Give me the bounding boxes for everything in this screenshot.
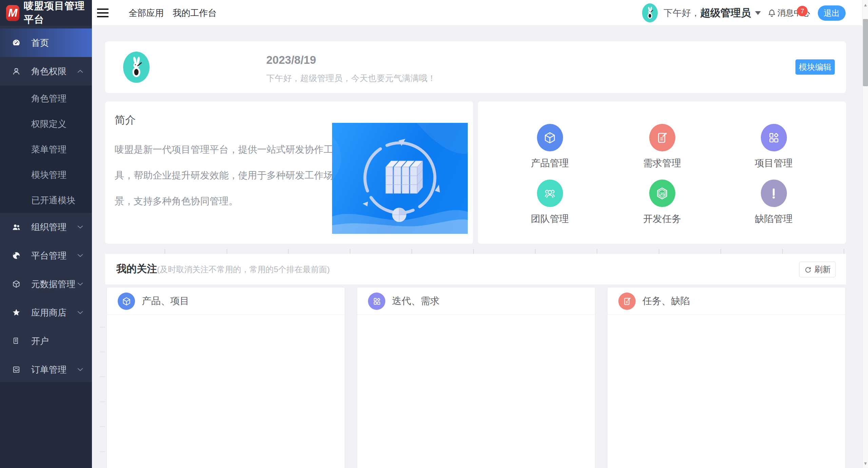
sidebar-item-app-store[interactable]: 应用商店 xyxy=(0,298,92,327)
sidebar-item-module-manage[interactable]: 模块管理 xyxy=(0,162,92,187)
module-defects[interactable]: 缺陷管理 xyxy=(718,180,830,225)
rabbit-avatar-icon xyxy=(644,6,656,20)
gridline-tick xyxy=(411,249,412,254)
sidebar-item-metadata[interactable]: 元数据管理 xyxy=(0,270,92,298)
module-projects[interactable]: 项目管理 xyxy=(718,124,830,170)
gridline-stub xyxy=(100,352,105,352)
user-dropdown[interactable]: 下午好， 超级管理员 xyxy=(663,0,761,26)
sidebar-item-label: 订单管理 xyxy=(31,364,66,376)
chevron-up-icon xyxy=(77,68,83,74)
gridline-tick xyxy=(350,249,350,254)
follow-card-iterations-requirements: 迭代、需求 xyxy=(357,287,595,468)
sidebar-footer xyxy=(0,382,92,468)
sidebar-item-label: 角色权限 xyxy=(31,65,66,77)
gridline-stub xyxy=(100,426,105,427)
refresh-button[interactable]: 刷新 xyxy=(799,262,836,277)
logout-button[interactable]: 退出 xyxy=(818,5,846,21)
sidebar-item-home[interactable]: 首页 xyxy=(0,29,92,57)
follow-title: 我的关注(及时取消关注不常用的，常用的5个排在最前面) xyxy=(116,262,330,276)
sidebar-item-platform[interactable]: 平台管理 xyxy=(0,241,92,270)
follow-card-title: 任务、缺陷 xyxy=(642,295,690,307)
modules-card: 产品管理 需求管理 项目管理 xyxy=(478,101,846,244)
scroll-up-icon[interactable]: ▲ xyxy=(863,0,868,10)
module-team[interactable]: 团队管理 xyxy=(494,180,606,225)
gridline-tick xyxy=(659,249,659,254)
refresh-icon xyxy=(804,266,812,273)
sidebar-nav: 首页 角色权限 角色管理 权限定义 菜单管理 模块管理 已开通模块 xyxy=(0,26,92,468)
gridline-tick xyxy=(288,249,289,254)
follow-card-header: 迭代、需求 xyxy=(357,287,595,315)
sidebar-item-label: 首页 xyxy=(31,37,49,49)
sidebar-item-label: 平台管理 xyxy=(31,250,66,262)
app-logo[interactable]: M 唛盟项目管理平台 xyxy=(0,0,92,26)
logo-m-icon: M xyxy=(6,5,19,21)
scroll-down-icon[interactable]: ▼ xyxy=(863,458,868,468)
sidebar-item-org[interactable]: 组织管理 xyxy=(0,213,92,241)
star-icon xyxy=(12,308,21,317)
sidebar-item-orders[interactable]: 订单管理 xyxy=(0,355,92,384)
chevron-down-icon xyxy=(77,367,83,373)
notification-badge: 7 xyxy=(797,6,808,16)
follow-hint: (及时取消关注不常用的，常用的5个排在最前面) xyxy=(157,265,330,274)
caret-down-icon xyxy=(755,11,761,15)
module-dev-tasks[interactable]: JS 开发任务 xyxy=(606,180,718,225)
chevron-down-icon xyxy=(77,281,83,287)
top-header: M 唛盟项目管理平台 全部应用 我的工作台 下午好， 超级管理员 xyxy=(0,0,868,26)
team-icon xyxy=(537,180,563,207)
person-icon xyxy=(12,67,21,76)
intro-card: 简介 唛盟是新一代项目管理平台，提供一站式研发协作工具，帮助企业提升研发效能，使… xyxy=(105,101,473,244)
sidebar-item-label: 应用商店 xyxy=(31,307,66,319)
exclamation-icon xyxy=(761,180,787,207)
sidebar-item-permission-define[interactable]: 权限定义 xyxy=(0,111,92,136)
module-product[interactable]: 产品管理 xyxy=(494,124,606,170)
chevron-down-icon xyxy=(77,224,83,230)
gridline-tick xyxy=(844,249,844,254)
module-requirements[interactable]: 需求管理 xyxy=(606,124,718,170)
rabbit-avatar-icon xyxy=(127,55,146,79)
greeting-prefix: 下午好， xyxy=(663,7,700,19)
chevron-down-icon xyxy=(77,310,83,316)
user-avatar[interactable] xyxy=(642,3,658,22)
follow-card-header: 任务、缺陷 xyxy=(607,287,845,315)
sidebar-item-opened-modules[interactable]: 已开通模块 xyxy=(0,187,92,213)
sidebar-item-open-account[interactable]: 开户 xyxy=(0,327,92,355)
cube-icon xyxy=(118,293,135,310)
cube-outline-icon xyxy=(12,279,21,289)
intro-illustration xyxy=(332,123,468,234)
sidebar-item-role-group[interactable]: 角色权限 xyxy=(0,57,92,86)
sidebar-submenu-role: 角色管理 权限定义 菜单管理 模块管理 已开通模块 xyxy=(0,86,92,213)
follow-card-title: 产品、项目 xyxy=(142,295,189,307)
follow-card-title: 迭代、需求 xyxy=(392,295,440,307)
chevron-down-icon xyxy=(77,252,83,259)
gridline-tick xyxy=(782,249,783,254)
sidebar-item-menu-manage[interactable]: 菜单管理 xyxy=(0,136,92,162)
dashboard-icon xyxy=(12,38,21,48)
nav-my-workbench[interactable]: 我的工作台 xyxy=(173,0,217,26)
cube-icon xyxy=(537,124,563,151)
scrollbar-thumb[interactable] xyxy=(863,19,868,86)
document-icon xyxy=(12,336,21,346)
vertical-scrollbar[interactable]: ▲ ▼ xyxy=(862,0,868,468)
app-title: 唛盟项目管理平台 xyxy=(24,0,92,26)
intro-body: 唛盟是新一代项目管理平台，提供一站式研发协作工具，帮助企业提升研发效能，使用于多… xyxy=(115,137,339,214)
welcome-date: 2023/8/19 xyxy=(266,54,316,67)
follow-card-header: 产品、项目 xyxy=(107,287,345,315)
globe-icon xyxy=(12,251,21,260)
gridline-tick xyxy=(227,249,227,254)
nav-all-apps[interactable]: 全部应用 xyxy=(129,0,164,26)
doc-edit-icon xyxy=(618,293,636,310)
nodejs-icon: JS xyxy=(649,180,675,207)
gridline-tick xyxy=(597,249,597,254)
module-edit-button[interactable]: 模块编辑 xyxy=(795,59,835,75)
welcome-card: 2023/8/19 下午好，超级管理员，今天也要元气满满哦！ 模块编辑 xyxy=(105,41,846,93)
sidebar-item-label: 组织管理 xyxy=(31,221,66,233)
bell-icon xyxy=(767,8,776,18)
sidebar-item-role-manage[interactable]: 角色管理 xyxy=(0,86,92,111)
follow-card-products-projects: 产品、项目 xyxy=(107,287,345,468)
sidebar-item-label: 开户 xyxy=(31,335,49,347)
gridline-tick xyxy=(165,249,165,254)
gridline-tick xyxy=(473,249,474,254)
gridline-tick xyxy=(720,249,721,254)
grid-icon xyxy=(761,124,787,151)
menu-toggle-icon[interactable] xyxy=(97,8,109,17)
